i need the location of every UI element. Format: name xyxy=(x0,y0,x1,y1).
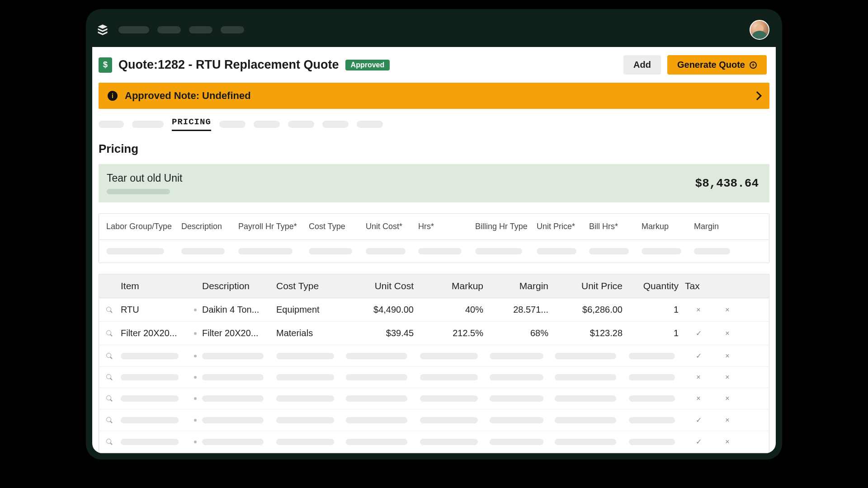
col-item-unit-price: Unit Price xyxy=(555,281,627,291)
x-icon[interactable]: × xyxy=(685,394,712,403)
check-icon[interactable]: ✓ xyxy=(685,329,712,338)
item-name: Filter 20X20... xyxy=(121,328,189,338)
remove-row-icon[interactable]: × xyxy=(714,438,741,446)
nav-skeleton xyxy=(221,26,244,33)
remove-row-icon[interactable]: × xyxy=(714,373,741,381)
search-icon[interactable] xyxy=(106,395,113,402)
app-logo-icon[interactable] xyxy=(95,23,110,37)
dot-icon xyxy=(194,397,197,400)
tab-skeleton[interactable] xyxy=(254,121,280,128)
tab-skeleton[interactable] xyxy=(322,121,349,128)
tab-skeleton[interactable] xyxy=(132,121,164,128)
item-name: RTU xyxy=(121,305,189,315)
chevron-right-icon xyxy=(753,91,762,100)
items-row-skeleton: ✓× xyxy=(99,431,769,453)
x-icon[interactable]: × xyxy=(685,373,712,381)
summary-skeleton xyxy=(107,189,170,194)
remove-row-icon[interactable]: × xyxy=(714,306,741,314)
col-item-description: Description xyxy=(202,281,274,291)
dot-icon xyxy=(194,332,197,335)
plus-circle-icon: + xyxy=(750,61,757,69)
col-hrs: Hrs* xyxy=(418,222,472,231)
col-description: Description xyxy=(181,222,236,231)
tab-skeleton[interactable] xyxy=(357,121,383,128)
nav-skeleton xyxy=(157,26,181,33)
items-row-skeleton: ×× xyxy=(99,388,769,409)
summary-name: Tear out old Unit xyxy=(107,172,182,184)
search-icon[interactable] xyxy=(106,353,113,359)
labor-table-header: Labor Group/Type Description Payroll Hr … xyxy=(99,214,769,240)
col-unit-price: Unit Price* xyxy=(537,222,586,231)
search-icon[interactable] xyxy=(106,307,113,313)
items-row[interactable]: Filter 20X20...Filter 20X20...Materials$… xyxy=(99,322,769,345)
summary-amount: $8,438.64 xyxy=(695,177,759,190)
check-icon[interactable]: ✓ xyxy=(685,437,712,446)
item-description: Filter 20X20... xyxy=(202,328,274,338)
page-title: Quote:1282 - RTU Replacement Quote xyxy=(118,58,339,72)
section-title: Pricing xyxy=(92,136,776,164)
content-area: $ Quote:1282 - RTU Replacement Quote App… xyxy=(92,47,776,453)
dot-icon xyxy=(194,441,197,443)
tab-skeleton[interactable] xyxy=(219,121,245,128)
col-item-quantity: Quantity xyxy=(629,281,683,291)
item-markup: 212.5% xyxy=(420,328,488,338)
items-row-skeleton: ✓× xyxy=(99,345,769,367)
dot-icon xyxy=(194,309,197,311)
app-frame: $ Quote:1282 - RTU Replacement Quote App… xyxy=(86,9,782,460)
remove-row-icon[interactable]: × xyxy=(714,394,741,403)
item-margin: 28.571... xyxy=(490,305,553,315)
item-unit-cost: $39.45 xyxy=(346,328,418,338)
item-cost-type: Equipment xyxy=(276,305,344,315)
tab-pricing[interactable]: PRICING xyxy=(172,117,211,131)
items-row[interactable]: RTUDaikin 4 Ton...Equipment$4,490.0040%2… xyxy=(99,298,769,322)
nav-skeleton xyxy=(189,26,212,33)
item-cost-type: Materials xyxy=(276,328,344,338)
item-markup: 40% xyxy=(420,305,488,315)
items-row-skeleton: ×× xyxy=(99,367,769,388)
tab-skeleton[interactable] xyxy=(99,121,124,128)
item-margin: 68% xyxy=(490,328,553,338)
items-row-skeleton: ✓× xyxy=(99,409,769,431)
remove-row-icon[interactable]: × xyxy=(714,352,741,360)
items-table: Item Description Cost Type Unit Cost Mar… xyxy=(99,274,769,453)
generate-quote-button[interactable]: Generate Quote + xyxy=(667,55,767,75)
tabs-bar: PRICING xyxy=(92,109,776,136)
topbar xyxy=(92,15,776,47)
col-markup: Markup xyxy=(642,222,691,231)
items-table-header: Item Description Cost Type Unit Cost Mar… xyxy=(99,274,769,298)
search-icon[interactable] xyxy=(106,439,113,445)
summary-panel: Tear out old Unit $8,438.64 xyxy=(99,164,769,202)
search-icon[interactable] xyxy=(106,374,113,380)
col-item-tax: Tax xyxy=(685,281,712,291)
col-billing-hr-type: Billing Hr Type xyxy=(475,222,534,231)
col-bill-hrs: Bill Hrs* xyxy=(589,222,639,231)
user-avatar[interactable] xyxy=(750,20,769,40)
labor-row-skeleton xyxy=(99,240,769,263)
search-icon[interactable] xyxy=(106,330,113,337)
tab-skeleton[interactable] xyxy=(288,121,314,128)
col-payroll-hr-type: Payroll Hr Type* xyxy=(238,222,306,231)
approved-note-banner[interactable]: i Approved Note: Undefined xyxy=(99,83,769,109)
col-item-markup: Markup xyxy=(420,281,488,291)
quote-icon: $ xyxy=(99,57,112,73)
item-unit-price: $123.28 xyxy=(555,328,627,338)
status-badge: Approved xyxy=(345,60,390,70)
item-unit-cost: $4,490.00 xyxy=(346,305,418,315)
banner-text: Approved Note: Undefined xyxy=(125,90,251,102)
search-icon[interactable] xyxy=(106,417,113,423)
page-header: $ Quote:1282 - RTU Replacement Quote App… xyxy=(92,47,776,83)
col-item-cost-type: Cost Type xyxy=(276,281,344,291)
remove-row-icon[interactable]: × xyxy=(714,329,741,338)
info-icon: i xyxy=(108,91,118,101)
item-quantity: 1 xyxy=(629,305,683,315)
labor-table: Labor Group/Type Description Payroll Hr … xyxy=(99,213,769,263)
dot-icon xyxy=(194,419,197,422)
item-unit-price: $6,286.00 xyxy=(555,305,627,315)
add-button[interactable]: Add xyxy=(623,55,661,75)
generate-quote-label: Generate Quote xyxy=(677,60,745,70)
remove-row-icon[interactable]: × xyxy=(714,416,741,424)
check-icon[interactable]: ✓ xyxy=(685,352,712,360)
check-icon[interactable]: ✓ xyxy=(685,416,712,424)
x-icon[interactable]: × xyxy=(685,306,712,314)
item-description: Daikin 4 Ton... xyxy=(202,305,274,315)
